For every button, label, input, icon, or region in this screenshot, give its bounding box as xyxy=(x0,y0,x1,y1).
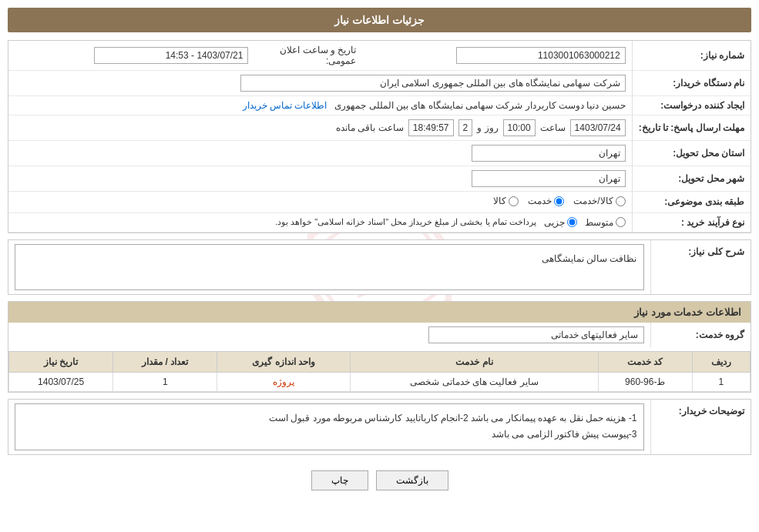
category-label-kala-khedmat: کالا/خدمت xyxy=(573,196,613,206)
button-row: بازگشت چاپ xyxy=(8,461,751,500)
unit-link[interactable]: پروژه xyxy=(273,376,294,387)
deadline-label: مهلت ارسال پاسخ: تا تاریخ: xyxy=(632,115,751,141)
province-input: تهران xyxy=(472,145,626,162)
deadline-value: 1403/07/24 ساعت 10:00 روز و 2 18:49:57 س… xyxy=(8,115,632,141)
desc-row: شرح کلی نیاز: نظافت سالن نمایشگاهی xyxy=(8,240,751,294)
description-section: شرح کلی نیاز: نظافت سالن نمایشگاهی xyxy=(8,239,751,295)
cell-row-num: 1 xyxy=(692,372,750,391)
buyer-desc-line2: 3-پیوست پیش فاکتور الزامی می باشد xyxy=(22,427,637,443)
deadline-time-box: 10:00 xyxy=(503,119,536,136)
deadline-remaining-label: ساعت باقی مانده xyxy=(336,122,404,133)
category-label: طبقه بندی موضوعی: xyxy=(632,192,751,213)
col-service-name: نام خدمت xyxy=(351,351,599,372)
col-row-num: ردیف xyxy=(692,351,750,372)
category-radio-group: کالا/خدمت خدمت کالا xyxy=(493,196,625,206)
deadline-row: 1403/07/24 ساعت 10:00 روز و 2 18:49:57 س… xyxy=(15,119,626,136)
page-header: جزئیات اطلاعات نیاز xyxy=(8,8,751,32)
info-table: شماره نیاز: 1103001063000212 تاریخ و ساع… xyxy=(8,41,751,233)
main-content: اناتندر شماره نیاز: 1103001063000212 تار… xyxy=(8,40,751,500)
category-label-kala: کالا xyxy=(493,196,506,206)
print-button[interactable]: چاپ xyxy=(311,470,368,490)
purchase-type-radio-medium[interactable] xyxy=(616,217,626,227)
purchase-type-label-small: جزیی xyxy=(544,217,565,228)
row-city: شهر محل تحویل: تهران xyxy=(8,166,751,192)
cell-unit: پروژه xyxy=(217,372,351,391)
cell-date: 1403/07/25 xyxy=(9,372,113,391)
row-category: طبقه بندی موضوعی: کالا/خدمت خدمت xyxy=(8,192,751,213)
group-value: سایر فعالیتهای خدماتی xyxy=(8,323,650,347)
deadline-days-label: روز و xyxy=(477,122,498,133)
main-info-section: شماره نیاز: 1103001063000212 تاریخ و ساع… xyxy=(8,40,751,233)
desc-box: نظافت سالن نمایشگاهی xyxy=(15,244,644,290)
province-label: استان محل تحویل: xyxy=(632,141,751,166)
purchase-type-option-small: جزیی xyxy=(544,217,577,228)
creator-label: ایجاد کننده درخواست: xyxy=(632,96,751,115)
row-province: استان محل تحویل: تهران xyxy=(8,141,751,166)
group-service-row: گروه خدمت: سایر فعالیتهای خدماتی xyxy=(8,323,751,347)
purchase-type-radio-small[interactable] xyxy=(567,217,577,227)
buyer-desc-label: توضیحات خریدار: xyxy=(650,400,751,454)
col-quantity: تعداد / مقدار xyxy=(113,351,217,372)
deadline-remaining-box: 18:49:57 xyxy=(408,119,454,136)
table-row: 1 ط-96-960 سایر فعالیت های خدماتی شخصی پ… xyxy=(9,372,751,391)
back-button[interactable]: بازگشت xyxy=(376,470,448,490)
buyer-desc-box: 1- هزینه حمل نقل به عهده پیمانکار می باش… xyxy=(15,403,644,450)
desc-value: نظافت سالن نمایشگاهی xyxy=(8,240,650,294)
row-need-number: شماره نیاز: 1103001063000212 تاریخ و ساع… xyxy=(8,41,751,71)
category-option-kala: کالا xyxy=(493,196,519,206)
cell-service-code: ط-96-960 xyxy=(598,372,692,391)
buyer-name-label: نام دستگاه خریدار: xyxy=(632,71,751,96)
deadline-time-label: ساعت xyxy=(540,122,566,133)
row-buyer-name: نام دستگاه خریدار: شرکت سهامی نمایشگاه ه… xyxy=(8,71,751,96)
services-group-table: گروه خدمت: سایر فعالیتهای خدماتی xyxy=(8,323,751,347)
desc-table: شرح کلی نیاز: نظافت سالن نمایشگاهی xyxy=(8,240,751,294)
row-purchase-type: نوع فرآیند خرید : متوسط جزیی xyxy=(8,212,751,232)
buyer-desc-line1: 1- هزینه حمل نقل به عهده پیمانکار می باش… xyxy=(22,410,637,427)
category-radio-kala-khedmat[interactable] xyxy=(616,196,626,206)
purchase-type-row: متوسط جزیی پرداخت تمام یا بخشی از مبلغ خ… xyxy=(15,217,626,228)
city-input: تهران xyxy=(472,170,626,187)
services-data-table: ردیف کد خدمت نام خدمت واحد اندازه گیری ت… xyxy=(8,351,751,392)
page-title: جزئیات اطلاعات نیاز xyxy=(334,14,425,26)
desc-label: شرح کلی نیاز: xyxy=(650,240,751,294)
purchase-type-value: متوسط جزیی پرداخت تمام یا بخشی از مبلغ خ… xyxy=(8,212,632,232)
province-value: تهران xyxy=(8,141,632,166)
buyer-desc-content: 1- هزینه حمل نقل به عهده پیمانکار می باش… xyxy=(8,400,650,454)
need-number-label: شماره نیاز: xyxy=(632,41,751,71)
row-deadline: مهلت ارسال پاسخ: تا تاریخ: 1403/07/24 سا… xyxy=(8,115,751,141)
purchase-type-option-medium: متوسط xyxy=(585,217,626,228)
need-number-input: 1103001063000212 xyxy=(456,47,626,64)
buyer-desc-table: توضیحات خریدار: 1- هزینه حمل نقل به عهده… xyxy=(8,400,751,454)
services-table-header: ردیف کد خدمت نام خدمت واحد اندازه گیری ت… xyxy=(9,351,751,372)
buyer-name-input: شرکت سهامی نمایشگاه های بین المللی جمهور… xyxy=(240,75,626,92)
content-overlay: شماره نیاز: 1103001063000212 تاریخ و ساع… xyxy=(8,40,751,500)
category-option-khedmat: خدمت xyxy=(528,196,564,206)
page-container: جزئیات اطلاعات نیاز اناتندر شماره نیاز: xyxy=(0,0,759,532)
category-radio-kala[interactable] xyxy=(509,196,519,206)
creator-text: حسین دنیا دوست کاربردار شرکت سهامی نمایش… xyxy=(334,100,625,111)
category-radio-khedmat[interactable] xyxy=(554,196,564,206)
need-number-value: 1103001063000212 xyxy=(362,41,632,71)
services-header: اطلاعات خدمات مورد نیاز xyxy=(8,302,751,323)
row-creator: ایجاد کننده درخواست: حسین دنیا دوست کارب… xyxy=(8,96,751,115)
purchase-type-note: پرداخت تمام یا بخشی از مبلغ خریداز محل "… xyxy=(275,217,536,227)
category-label-khedmat: خدمت xyxy=(528,196,552,206)
col-date: تاریخ نیاز xyxy=(9,351,113,372)
group-value-box: سایر فعالیتهای خدماتی xyxy=(428,326,644,343)
cell-quantity: 1 xyxy=(113,372,217,391)
group-label: گروه خدمت: xyxy=(650,323,751,347)
city-label: شهر محل تحویل: xyxy=(632,166,751,192)
buyer-name-value: شرکت سهامی نمایشگاه های بین المللی جمهور… xyxy=(8,71,632,96)
category-option-kala-khedmat: کالا/خدمت xyxy=(573,196,625,206)
buyer-desc-section: توضیحات خریدار: 1- هزینه حمل نقل به عهده… xyxy=(8,399,751,455)
datetime-label: تاریخ و ساعت اعلان عمومی: xyxy=(254,41,362,71)
category-options: کالا/خدمت خدمت کالا xyxy=(8,192,632,213)
cell-service-name: سایر فعالیت های خدماتی شخصی xyxy=(351,372,599,391)
buyer-desc-row: توضیحات خریدار: 1- هزینه حمل نقل به عهده… xyxy=(8,400,751,454)
col-service-code: کد خدمت xyxy=(598,351,692,372)
contact-link[interactable]: اطلاعات تماس خریدار xyxy=(243,100,327,111)
deadline-days-box: 2 xyxy=(458,119,473,136)
services-section: اطلاعات خدمات مورد نیاز گروه خدمت: سایر … xyxy=(8,301,751,393)
purchase-type-label-medium: متوسط xyxy=(585,217,613,228)
deadline-date-box: 1403/07/24 xyxy=(570,119,626,136)
